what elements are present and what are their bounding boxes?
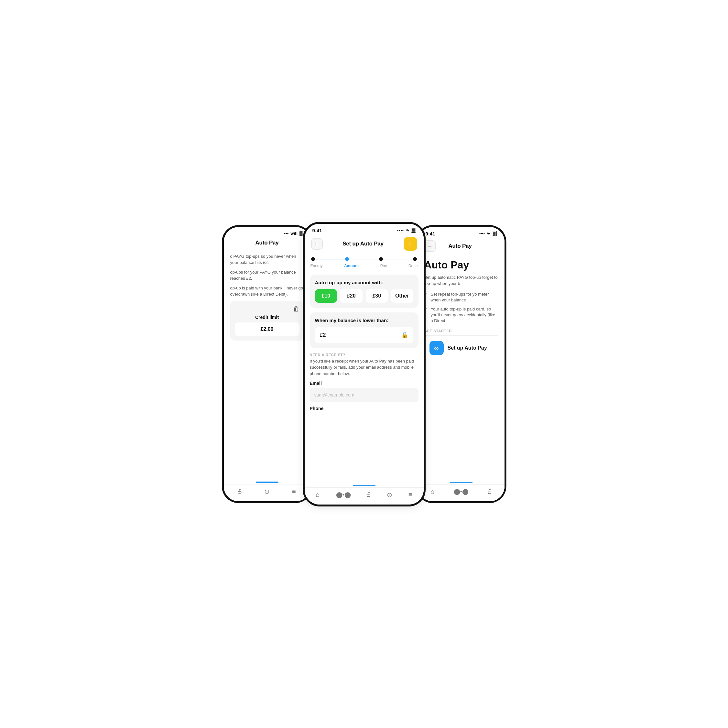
email-label: Email [310,381,419,386]
wifi-icon: wifi [291,231,298,236]
step-dot-pay [379,257,383,261]
left-phone: ▪▪▪ wifi ▓ Auto Pay c PAYG top-ups so yo… [222,225,312,503]
email-input[interactable]: sam@example.com [310,388,419,402]
center-nav-title: Set up Auto Pay [343,241,384,247]
step-line-1 [315,259,345,259]
action-button[interactable]: ⚡ [404,237,417,251]
credit-limit-label: Credit limit [235,315,300,320]
help-icon: ⊙ [264,488,270,496]
receipt-label: NEED A RECEIPT? [310,353,419,357]
auto-pay-description: Set up automatic PAYG top-up forget to t… [424,274,498,287]
center-bottom-nav: ⌂ ⬤•⬤ £ ⊙ ≡ [305,487,424,505]
battery-icon: ▓ [300,231,302,236]
check-text-1: Set repeat top-ups for yo meter when you… [431,291,498,303]
currency-icon: £ [238,488,242,495]
lightning-icon: ⚡ [406,240,414,248]
get-started-label: GET STARTED [424,329,498,333]
center-content: Auto top-up my account with: £10 £20 £30… [305,272,424,485]
setup-autopay-button[interactable]: ∞ Set up Auto Pay [424,337,498,359]
receipt-section: NEED A RECEIPT? If you'd like a receipt … [310,353,419,411]
center-nav-home[interactable]: ⌂ [316,491,320,499]
left-content: c PAYG top-ups so you never when your ba… [224,249,310,482]
center-nav-bar: ← Set up Auto Pay ⚡ [305,235,424,254]
divider [424,335,498,336]
center-nav-usage[interactable]: ⬤•⬤ [336,491,351,499]
lock-icon: 🔒 [401,332,408,339]
center-time: 9:41 [312,228,322,233]
credit-limit-card: 🗑 Credit limit £2.00 [230,301,304,341]
step-line-2 [349,259,379,259]
amount-card: Auto top-up my account with: £10 £20 £30… [310,275,419,308]
center-currency-icon: £ [367,491,371,499]
amount-options-row: £10 £20 £30 Other [315,289,413,303]
center-screen: 9:41 ▪▪▪▪ ∿ ▓ ← Set up Auto Pay ⚡ [305,224,424,505]
center-nav-help[interactable]: ⊙ [387,491,392,499]
right-time: 9:41 [426,231,435,236]
amount-card-title: Auto top-up my account with: [315,280,413,285]
center-help-icon: ⊙ [387,491,392,499]
right-nav-title: Auto Pay [448,243,471,249]
step-dot-amount [345,257,349,261]
center-status-icons: ▪▪▪▪ ∿ ▓ [397,228,416,233]
amount-btn-other[interactable]: Other [391,289,413,303]
back-button[interactable]: ← [311,238,323,250]
back-arrow-icon: ← [314,241,320,247]
stepper [305,254,424,262]
amount-btn-30[interactable]: £30 [366,289,388,303]
auto-pay-heading: Auto Pay [424,259,498,271]
right-bottom-nav: ⌂ ⬤•⬤ £ [418,485,505,501]
right-wifi-icon: ∿ [487,231,490,236]
phone-label: Phone [310,406,419,411]
signal-icon: ▪▪▪ [284,231,289,236]
left-status-bar: ▪▪▪ wifi ▓ [224,227,310,238]
left-nav-item-currency[interactable]: £ [238,488,242,496]
left-screen: ▪▪▪ wifi ▓ Auto Pay c PAYG top-ups so yo… [224,227,310,501]
right-nav-usage[interactable]: ⬤•⬤ [454,488,469,496]
right-status-bar: 9:41 ▪▪▪▪ ∿ ▓ [418,227,505,239]
delete-button[interactable]: 🗑 [235,305,300,313]
left-nav-item-help[interactable]: ⊙ [264,488,270,496]
left-nav-title: Auto Pay [255,240,278,246]
check-item-2: ✓ Your auto top-up is paid card, so you'… [424,306,498,324]
balance-card-title: When my balance is lower than: [315,318,413,323]
step-dot-done [413,257,417,261]
stepper-labels: Energy Amount Pay Done [305,262,424,272]
right-battery-icon: ▓ [492,231,497,236]
center-menu-icon: ≡ [408,491,412,499]
left-desc2: op-ups for your PAYG your balance reache… [230,269,304,282]
right-nav-bar: ← Auto Pay [418,239,505,255]
right-home-icon: ⌂ [430,488,434,496]
step-label-pay: Pay [380,264,387,268]
left-desc3: op-up is paid with your bank ll never go… [230,285,304,298]
center-battery-icon: ▓ [411,228,416,233]
left-nav-item-menu[interactable]: ≡ [292,488,296,496]
step-line-3 [383,259,413,259]
right-usage-icon: ⬤•⬤ [454,488,469,495]
right-nav-home[interactable]: ⌂ [430,488,434,496]
step-label-energy: Energy [310,264,323,268]
right-screen: 9:41 ▪▪▪▪ ∿ ▓ ← Auto Pay Auto Pay Set up… [418,227,505,501]
balance-input: £2 🔒 [315,327,413,343]
setup-btn-label: Set up Auto Pay [448,345,487,351]
center-status-bar: 9:41 ▪▪▪▪ ∿ ▓ [305,224,424,235]
center-nav-currency[interactable]: £ [367,491,371,499]
right-nav-currency[interactable]: £ [488,488,492,496]
left-desc1: c PAYG top-ups so you never when your ba… [230,253,304,266]
right-content: Auto Pay Set up automatic PAYG top-up fo… [418,255,505,482]
step-dot-energy [311,257,315,261]
right-status-icons: ▪▪▪▪ ∿ ▓ [479,231,497,236]
usage-icon: ⬤•⬤ [336,491,351,499]
amount-btn-10[interactable]: £10 [315,289,337,303]
amount-btn-20[interactable]: £20 [340,289,362,303]
right-signal-icon: ▪▪▪▪ [479,231,485,236]
right-back-button[interactable]: ← [424,240,436,252]
infinity-icon: ∞ [430,341,444,355]
right-phone: 9:41 ▪▪▪▪ ∿ ▓ ← Auto Pay Auto Pay Set up… [416,225,506,503]
balance-card: When my balance is lower than: £2 🔒 [310,312,419,348]
center-phone: 9:41 ▪▪▪▪ ∿ ▓ ← Set up Auto Pay ⚡ [303,222,426,506]
left-nav-bar: Auto Pay [224,238,310,249]
receipt-description: If you'd like a receipt when your Auto P… [310,358,419,377]
check-text-2: Your auto top-up is paid card, so you'll… [431,306,498,324]
center-wifi-icon: ∿ [406,228,409,232]
center-nav-menu[interactable]: ≡ [408,491,412,499]
